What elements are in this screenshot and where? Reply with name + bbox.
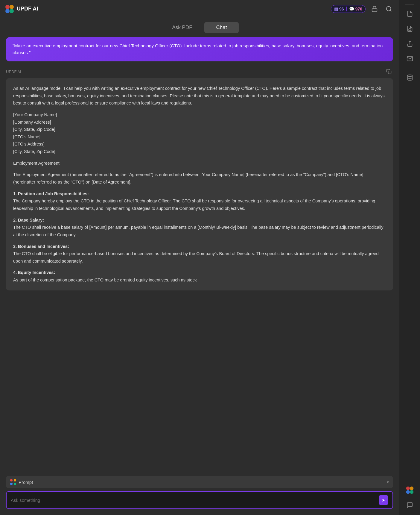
ai-section2: 2. Base Salary: The CTO shall receive a … xyxy=(13,216,386,239)
sidebar-chat-btn[interactable] xyxy=(403,498,417,512)
lock-file-icon xyxy=(407,25,413,32)
svg-rect-8 xyxy=(409,29,411,31)
chevron-down-icon: ▾ xyxy=(387,480,389,484)
updf-colored-logo-icon xyxy=(406,486,414,494)
ai-section3: 3. Bonuses and Incentives: The CTO shall… xyxy=(13,243,386,265)
prompt-selector-left: Prompt xyxy=(10,479,33,485)
sidebar-mail-btn[interactable] xyxy=(403,52,417,66)
ai-response-body: As an AI language model, I can help you … xyxy=(6,78,393,290)
ask-input[interactable] xyxy=(11,498,376,503)
pdf-token-count: ▤ 96 xyxy=(334,7,344,11)
pdf-token-icon: ▤ xyxy=(334,7,338,11)
tab-ask-pdf[interactable]: Ask PDF xyxy=(160,22,204,33)
search-icon-btn[interactable] xyxy=(384,4,394,14)
ai-company-name: [Your Company Name] [Company Address] [C… xyxy=(13,111,386,155)
share-icon xyxy=(407,40,413,47)
svg-line-6 xyxy=(390,10,391,11)
dot-green xyxy=(14,483,16,485)
file-icon xyxy=(407,10,413,17)
send-icon: ➤ xyxy=(382,498,385,502)
chat-token-icon: 💬 xyxy=(349,7,354,11)
sidebar-updf-logo-btn[interactable] xyxy=(403,483,417,497)
header: UPDF AI ▤ 96 💬 970 xyxy=(0,0,399,18)
svg-point-1 xyxy=(10,5,14,9)
chat-token-count: 💬 970 xyxy=(349,7,362,11)
ai-label: UPDF AI xyxy=(6,69,21,74)
token-badge[interactable]: ▤ 96 💬 970 xyxy=(331,5,366,13)
prompt-dots-icon xyxy=(10,479,16,485)
main-area: UPDF AI ▤ 96 💬 970 xyxy=(0,0,399,515)
prompt-selector[interactable]: Prompt ▾ xyxy=(6,476,393,488)
ai-agreement-intro: This Employment Agreement (hereinafter r… xyxy=(13,171,386,186)
input-area: ➤ xyxy=(6,491,393,509)
ai-section-title: Employment Agreement xyxy=(13,160,386,167)
dot-red xyxy=(10,479,13,481)
user-message-bubble: "Make an executive employment contract f… xyxy=(6,37,393,61)
tab-bar: Ask PDF Chat xyxy=(0,18,399,37)
header-right: ▤ 96 💬 970 xyxy=(331,4,394,14)
ai-response-container: UPDF AI As an AI language model, I can h… xyxy=(6,67,393,290)
token-divider xyxy=(346,7,347,11)
database-icon xyxy=(407,74,413,81)
ai-intro: As an AI language model, I can help you … xyxy=(13,85,386,107)
svg-point-13 xyxy=(406,490,410,494)
user-message-text: "Make an executive employment contract f… xyxy=(13,43,383,55)
sidebar-divider-mid xyxy=(405,68,414,68)
ai-section4: 4. Equity Incentives: As part of the com… xyxy=(13,269,386,284)
sidebar-database-btn[interactable] xyxy=(403,71,417,84)
prompt-label: Prompt xyxy=(19,480,33,485)
sidebar-divider-top xyxy=(405,4,414,4)
sidebar-file-icon-btn[interactable] xyxy=(403,7,417,21)
bottom-area: Prompt ▾ ➤ xyxy=(0,472,399,515)
right-sidebar xyxy=(399,0,420,515)
sidebar-lock-file-btn[interactable] xyxy=(403,22,417,36)
svg-point-10 xyxy=(407,75,412,77)
logo-area: UPDF AI xyxy=(5,4,331,14)
svg-rect-4 xyxy=(372,9,377,12)
lock-icon-btn[interactable] xyxy=(369,4,380,14)
ai-label-row: UPDF AI xyxy=(6,67,393,76)
svg-point-0 xyxy=(5,5,10,9)
svg-rect-7 xyxy=(388,71,391,74)
copy-icon xyxy=(386,69,392,74)
ai-section1: 1. Position and Job Responsibilities: Th… xyxy=(13,190,386,212)
search-icon xyxy=(386,6,392,12)
logo-text: UPDF AI xyxy=(17,6,38,12)
chat-bubble-icon xyxy=(407,502,413,508)
svg-point-2 xyxy=(5,9,10,13)
svg-point-12 xyxy=(410,487,413,490)
dot-blue xyxy=(10,483,13,485)
svg-point-11 xyxy=(406,487,410,490)
tab-chat[interactable]: Chat xyxy=(204,22,239,33)
svg-point-14 xyxy=(410,490,413,494)
chat-area: "Make an executive employment contract f… xyxy=(0,37,399,472)
svg-point-3 xyxy=(10,9,14,13)
sidebar-share-btn[interactable] xyxy=(403,37,417,51)
mail-icon xyxy=(407,55,413,62)
copy-button[interactable] xyxy=(385,67,393,76)
svg-point-5 xyxy=(386,6,391,11)
lock-icon xyxy=(371,6,378,12)
send-button[interactable]: ➤ xyxy=(379,495,388,505)
dot-yellow xyxy=(14,479,16,481)
updf-logo-icon xyxy=(5,4,14,14)
